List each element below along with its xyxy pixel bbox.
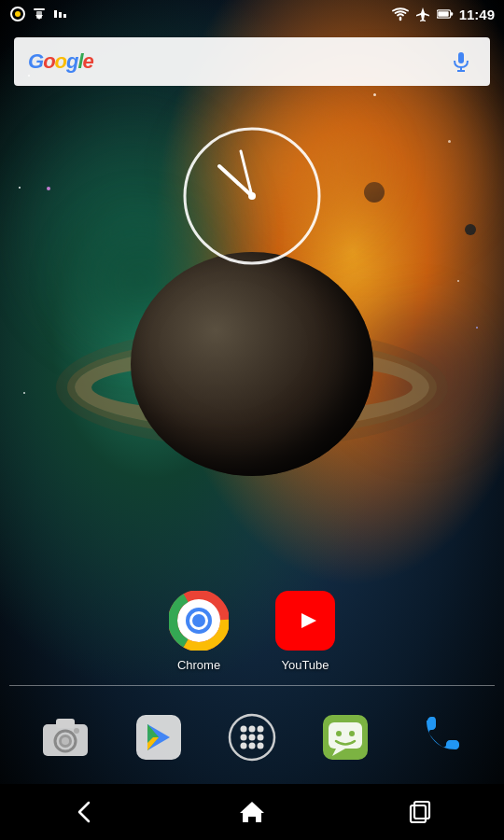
svg-point-55 [349,731,355,736]
svg-rect-11 [458,52,464,63]
play-store-dock-icon[interactable] [129,707,189,767]
dock [0,691,504,784]
svg-rect-6 [59,12,62,18]
youtube-app-icon[interactable]: YouTube [275,591,335,672]
phone-dock-icon[interactable] [409,707,469,767]
dock-divider [9,685,495,686]
svg-point-44 [258,726,264,733]
svg-point-48 [241,743,247,749]
svg-rect-10 [438,11,448,17]
svg-point-1 [15,11,21,17]
svg-point-42 [241,726,247,733]
notification-circle-icon [9,6,26,22]
svg-marker-25 [301,613,316,628]
camera-dock-icon[interactable] [35,707,95,767]
battery-icon [437,6,454,22]
home-button[interactable] [229,789,275,835]
status-left-icons [9,6,69,22]
status-right-icons: 11:49 [392,6,495,22]
svg-point-30 [62,737,69,745]
search-bar[interactable]: Google [14,37,490,86]
download-icon [31,6,48,22]
svg-point-54 [336,731,342,736]
chrome-app-icon[interactable]: Chrome [169,591,229,672]
svg-point-49 [249,743,256,749]
svg-rect-9 [450,12,452,15]
svg-rect-7 [63,14,66,18]
bars-icon [52,6,69,22]
airplane-icon [414,6,431,22]
microphone-icon[interactable] [446,47,476,77]
clock-widget [177,121,327,271]
svg-point-47 [258,735,264,741]
status-time: 11:49 [459,7,495,22]
messenger-dock-icon[interactable] [315,707,375,767]
saturn-body [131,252,373,476]
chrome-label: Chrome [177,658,220,672]
svg-rect-57 [414,802,429,819]
svg-point-45 [241,735,247,741]
back-button[interactable] [61,789,107,835]
svg-point-50 [258,743,264,749]
wifi-icon [392,6,409,22]
navigation-bar [0,784,504,840]
svg-point-24 [192,614,205,627]
recents-button[interactable] [397,789,443,835]
svg-point-31 [74,728,79,734]
svg-rect-27 [56,719,75,728]
svg-point-43 [249,726,256,733]
youtube-icon-bg [275,591,335,651]
svg-rect-5 [54,10,57,18]
google-logo: Google [28,49,93,74]
svg-rect-56 [411,805,426,822]
app-icons-grid: Chrome YouTube [0,591,504,672]
status-bar: 11:49 [0,0,504,28]
youtube-label: YouTube [281,658,329,672]
svg-point-46 [249,735,256,741]
all-apps-dock-icon[interactable] [222,707,282,767]
saturn-planet [103,233,401,513]
svg-point-17 [248,192,256,200]
svg-rect-2 [34,8,45,10]
